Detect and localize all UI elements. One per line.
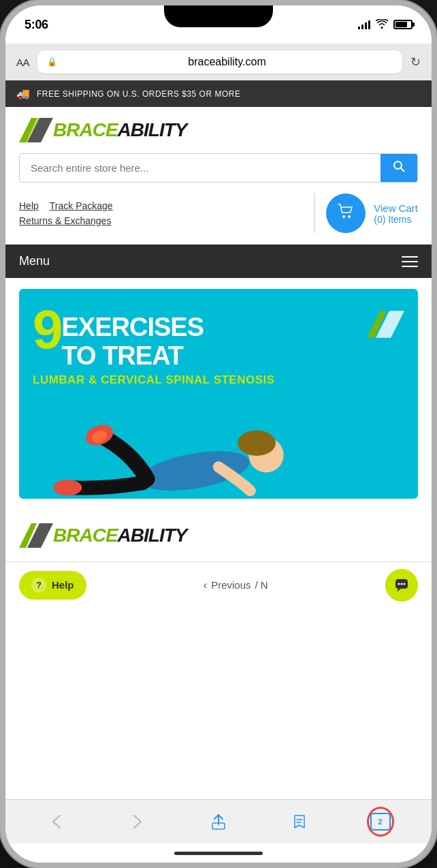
home-indicator bbox=[5, 843, 432, 863]
wifi-icon bbox=[376, 19, 388, 31]
truck-icon: 🚚 bbox=[16, 87, 30, 100]
back-button[interactable] bbox=[43, 808, 70, 835]
search-button[interactable] bbox=[381, 154, 417, 182]
cart-icon-circle bbox=[326, 193, 366, 233]
search-icon bbox=[393, 160, 405, 176]
exercise-person bbox=[19, 403, 418, 499]
cart-items-label: (0) Items bbox=[374, 214, 418, 225]
cart-text: View Cart (0) Items bbox=[374, 202, 418, 225]
hero-logo-icon bbox=[367, 311, 404, 338]
chevron-left-icon: ‹ bbox=[204, 579, 207, 591]
menu-bar[interactable]: Menu bbox=[5, 245, 432, 278]
nav-links: Help Track Package Returns & Exchanges bbox=[5, 193, 432, 245]
status-bar: 5:06 bbox=[5, 5, 432, 44]
cart-section[interactable]: View Cart (0) Items bbox=[326, 193, 418, 233]
battery-icon bbox=[393, 20, 412, 29]
svg-point-13 bbox=[53, 480, 82, 495]
refresh-icon[interactable]: ↻ bbox=[410, 55, 421, 69]
screen: 5:06 bbox=[5, 5, 432, 863]
menu-label: Menu bbox=[19, 254, 50, 268]
tabs-count: 2 bbox=[370, 813, 391, 831]
nav-left: Help Track Package Returns & Exchanges bbox=[19, 200, 304, 226]
logo-text: BRACEABILITY bbox=[53, 119, 187, 141]
help-button-label: Help bbox=[52, 579, 74, 591]
bottom-overlay: ? Help ‹ Previous / N bbox=[5, 561, 432, 608]
svg-point-19 bbox=[401, 583, 403, 585]
hamburger-icon[interactable] bbox=[402, 256, 418, 267]
svg-line-4 bbox=[401, 168, 404, 172]
shipping-text: FREE SHIPPING ON U.S. ORDERS $35 OR MORE bbox=[37, 89, 240, 99]
slash-label: / N bbox=[255, 579, 268, 591]
help-button[interactable]: ? Help bbox=[19, 571, 86, 600]
help-question-mark: ? bbox=[31, 578, 46, 593]
status-icons bbox=[358, 19, 412, 31]
help-link[interactable]: Help bbox=[19, 200, 39, 211]
previous-label[interactable]: Previous bbox=[211, 579, 250, 591]
shipping-banner: 🚚 FREE SHIPPING ON U.S. ORDERS $35 OR MO… bbox=[5, 80, 432, 107]
svg-point-18 bbox=[398, 583, 400, 585]
returns-link[interactable]: Returns & Exchanges bbox=[19, 215, 111, 226]
svg-point-20 bbox=[404, 583, 406, 585]
nav-row-bottom: Returns & Exchanges bbox=[19, 215, 304, 226]
phone-frame: 5:06 bbox=[0, 0, 437, 868]
home-bar bbox=[174, 852, 263, 855]
share-button[interactable] bbox=[205, 808, 232, 835]
status-time: 5:06 bbox=[25, 18, 48, 32]
logo-ability: ABILITY bbox=[118, 119, 187, 140]
nav-row-top: Help Track Package bbox=[19, 200, 304, 211]
footer-logo-container: BRACEABILITY bbox=[19, 523, 418, 548]
hero-content: 9 EXERCISES TO TREAT LUMBAR & CERVICAL S… bbox=[19, 289, 418, 403]
logo-section: BRACEABILITY bbox=[5, 107, 432, 153]
url-text: braceability.com bbox=[61, 56, 393, 68]
chat-button[interactable] bbox=[385, 569, 418, 602]
track-package-link[interactable]: Track Package bbox=[50, 200, 113, 211]
hero-banner[interactable]: 9 EXERCISES TO TREAT LUMBAR & CERVICAL S… bbox=[19, 289, 418, 499]
tabs-circle: 2 bbox=[367, 807, 394, 837]
footer-logo-text: BRACEABILITY bbox=[53, 525, 187, 546]
svg-point-6 bbox=[348, 215, 351, 218]
bookmarks-button[interactable] bbox=[286, 808, 313, 835]
logo-chevron-icon bbox=[19, 118, 53, 142]
footer-logo-chevron-icon bbox=[19, 523, 53, 548]
chat-icon bbox=[394, 578, 409, 593]
svg-point-11 bbox=[238, 430, 276, 455]
pagination-text: ‹ Previous / N bbox=[204, 579, 268, 591]
search-input[interactable] bbox=[20, 154, 381, 182]
footer-logo-section[interactable]: BRACEABILITY bbox=[5, 510, 432, 561]
search-bar[interactable] bbox=[19, 153, 418, 183]
notch bbox=[164, 5, 273, 27]
aa-label[interactable]: AA bbox=[16, 57, 29, 68]
view-cart-label: View Cart bbox=[374, 202, 418, 214]
svg-point-9 bbox=[137, 444, 253, 497]
hero-title-line2: TO TREAT bbox=[62, 342, 204, 371]
url-bar[interactable]: 🔒 braceability.com bbox=[37, 50, 402, 74]
hero-title-line1: EXERCISES bbox=[62, 313, 204, 342]
forward-button[interactable] bbox=[124, 808, 151, 835]
footer-logo-brace: BRACE bbox=[53, 525, 118, 546]
logo-container[interactable]: BRACEABILITY bbox=[19, 118, 418, 142]
browser-bar: AA 🔒 braceability.com ↻ bbox=[5, 44, 432, 80]
page-content[interactable]: 🚚 FREE SHIPPING ON U.S. ORDERS $35 OR MO… bbox=[5, 80, 432, 799]
browser-toolbar: 2 bbox=[5, 799, 432, 843]
nav-divider bbox=[314, 193, 315, 233]
exercise-person-svg bbox=[19, 403, 418, 499]
svg-point-5 bbox=[342, 215, 345, 218]
signal-bars-icon bbox=[358, 20, 370, 29]
cart-icon bbox=[338, 204, 354, 223]
lock-icon: 🔒 bbox=[47, 57, 57, 67]
tabs-button[interactable]: 2 bbox=[367, 808, 394, 835]
footer-logo-ability: ABILITY bbox=[118, 525, 187, 546]
hero-subtitle: LUMBAR & CERVICAL SPINAL STENOSIS bbox=[33, 373, 275, 387]
logo-brace: BRACE bbox=[53, 119, 118, 140]
hero-number: 9 bbox=[33, 305, 62, 354]
